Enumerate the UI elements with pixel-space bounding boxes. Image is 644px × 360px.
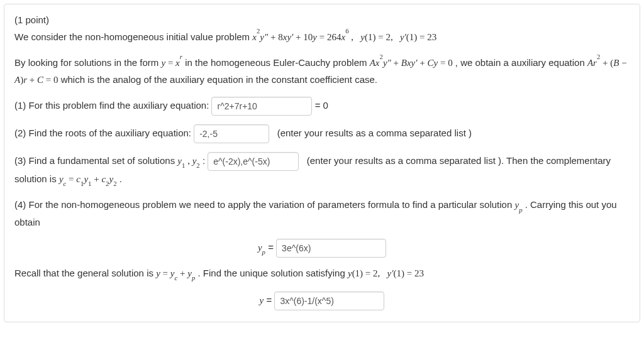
- q1-input[interactable]: [211, 97, 312, 116]
- euler-cauchy-eq: Ax2y″ + Bxy′ + Cy = 0: [370, 58, 453, 68]
- explanation-paragraph: By looking for solutions in the form y =…: [14, 54, 630, 88]
- y-equals: =: [266, 295, 274, 305]
- explain-text-4: which is the analog of the auxiliary equ…: [61, 74, 377, 85]
- question-2: (2) Find the roots of the auxiliary equa…: [14, 124, 630, 143]
- yp-equals: =: [268, 242, 276, 253]
- explain-text-2: in the homogeneous Euler-Cauchy problem: [185, 57, 370, 68]
- explain-text-3: , we obtain a auxiliary equation: [455, 57, 587, 68]
- q2-input[interactable]: [194, 124, 269, 143]
- explain-text-1: By looking for solutions in the form: [14, 57, 161, 68]
- yp-equation-row: yp =: [14, 239, 630, 258]
- q1-eq-zero: = 0: [315, 100, 328, 111]
- y-input[interactable]: [274, 292, 384, 310]
- recall-b: . Find the unique solution satisfying: [197, 268, 347, 278]
- form-eq: y = xr: [161, 58, 182, 68]
- recall-a: Recall that the general solution is: [14, 268, 156, 278]
- q1-label: (1) For this problem find the auxiliary …: [14, 100, 211, 111]
- intro-paragraph: (1 point) We consider the non-homogeneou…: [14, 12, 630, 45]
- points-label: (1 point): [14, 14, 49, 25]
- y-label: y: [260, 295, 264, 305]
- question-3: (3) Find a fundamental set of solutions …: [14, 152, 630, 188]
- ic-eq: y(1) = 2, y′(1) = 23: [348, 268, 424, 278]
- q3-colon: :: [203, 155, 208, 166]
- yp-input[interactable]: [276, 239, 386, 258]
- yp-symbol: yp: [514, 200, 522, 210]
- q3-input[interactable]: [208, 152, 299, 171]
- y1-y2: y1 , y2: [177, 156, 199, 166]
- recall-paragraph: Recall that the general solution is y = …: [14, 265, 630, 282]
- question-4-text: (4) For the non-homogeneous problem we n…: [14, 197, 630, 230]
- q2-label: (2) Find the roots of the auxiliary equa…: [14, 128, 194, 138]
- yp-label: yp: [258, 243, 265, 253]
- q2-hint: (enter your results as a comma separated…: [277, 128, 472, 138]
- y-equation-row: y =: [14, 292, 630, 310]
- q3-period: .: [119, 173, 122, 184]
- intro-text: We consider the non-homogeneous initial …: [14, 31, 252, 42]
- q4-text-1: (4) For the non-homogeneous problem we n…: [14, 199, 514, 210]
- complementary-eq: yc = c1y1 + c2y2: [59, 174, 117, 184]
- q3-label-a: (3) Find a fundamental set of solutions: [14, 155, 177, 166]
- question-1: (1) For this problem find the auxiliary …: [14, 97, 630, 116]
- general-eq: y = yc + yp: [156, 268, 195, 278]
- problem-container: (1 point) We consider the non-homogeneou…: [4, 4, 640, 322]
- ivp-equation: x2y″ + 8xy′ + 10y = 264x6 , y(1) = 2, y′…: [252, 32, 436, 42]
